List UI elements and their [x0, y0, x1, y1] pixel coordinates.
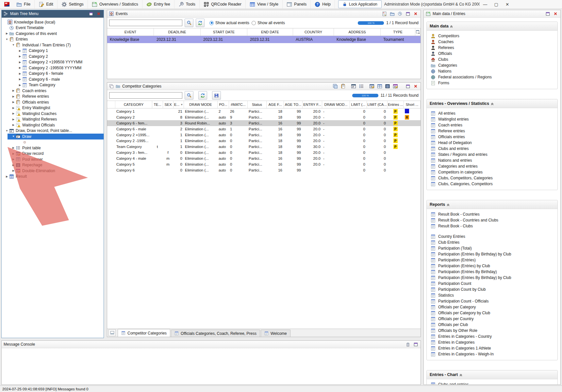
- link-participation-total[interactable]: Participation (Total): [430, 245, 556, 251]
- search-button[interactable]: [185, 19, 193, 27]
- expand-arrow[interactable]: ▶: [18, 72, 22, 75]
- tree-item-entry-waitinglist[interactable]: ▶Entry Waitinglist: [2, 105, 104, 111]
- refresh-button[interactable]: [198, 91, 207, 100]
- category-row-category-1[interactable]: Category 121Elimination (...226Partici..…: [107, 108, 421, 114]
- link-participation-entries-by-club[interactable]: Participation (Entries) by Club: [430, 263, 556, 269]
- expand-arrow[interactable]: ▶: [5, 175, 9, 178]
- tab-welcome[interactable]: Welcome: [261, 330, 290, 337]
- expand-arrow[interactable]: ▶: [11, 158, 16, 161]
- expand-arrow[interactable]: ▶: [11, 89, 16, 92]
- category-row-category-2-1995[interactable]: Category 2 +1995...1Elimination (...auto…: [107, 132, 421, 138]
- column-header-event[interactable]: EVENT: [107, 28, 154, 36]
- column-header-te-[interactable]: TE...: [152, 101, 163, 108]
- menu-item-help[interactable]: ?Help: [311, 0, 335, 8]
- copy-icon[interactable]: [332, 83, 338, 89]
- point-table-icon[interactable]: [358, 83, 364, 89]
- tree-item-referee-entries[interactable]: ▶Referee entries: [2, 94, 104, 100]
- link-participation-count-officials[interactable]: Participation Count - Officials: [430, 298, 556, 304]
- link-officials-per-club[interactable]: Officials per Club: [430, 322, 556, 328]
- link-states-regions-and-entries[interactable]: States / Regions and entries: [430, 152, 556, 157]
- maximize-window-button[interactable]: ▢: [491, 0, 502, 8]
- expand-arrow[interactable]: ▶: [18, 84, 22, 87]
- expand-arrow[interactable]: ▶: [18, 61, 22, 64]
- link-federal-associations-regions[interactable]: Federal associations / Regions: [430, 74, 556, 80]
- tree-item-individual-team-entries-7[interactable]: ▼Individual / Team Entries (7): [2, 42, 104, 48]
- tree-item-draw-draw-record-point-table[interactable]: ▼Draw, Draw record, Point table...: [2, 128, 104, 134]
- column-header-type[interactable]: TYPE: [381, 28, 415, 36]
- tree-item-repechage[interactable]: ▶Repechage: [2, 162, 104, 168]
- menu-item-tools[interactable]: Tools: [174, 0, 200, 8]
- column-header-e-[interactable]: E...▼: [174, 101, 184, 108]
- collapse-section-icon[interactable]: [489, 101, 495, 106]
- column-header-po-[interactable]: PO...: [218, 101, 229, 108]
- column-header-age-f-[interactable]: AGE F...: [267, 101, 284, 108]
- link-referee-entries[interactable]: Referee entries: [430, 128, 556, 134]
- link-officials-per-country[interactable]: Officials per Country: [430, 316, 556, 322]
- collapse-section-icon[interactable]: [458, 372, 464, 378]
- category-row-category-6[interactable]: Category 60Elimination (...auto0Partici.…: [107, 167, 421, 173]
- link-officials[interactable]: Officials: [430, 51, 556, 57]
- tree-item-result[interactable]: ▶Result: [2, 174, 104, 180]
- link-categories-and-entries[interactable]: Categories and entries: [430, 163, 556, 169]
- tree-item-category-2[interactable]: ▶Category 2: [2, 54, 104, 59]
- category-row-category-3-fem[interactable]: Category 3 - fem...f0Elimination (...aut…: [107, 150, 421, 155]
- expand-arrow[interactable]: ▶: [18, 49, 22, 52]
- menu-item-panels[interactable]: Panels: [283, 0, 311, 8]
- tree-item-pool-winner[interactable]: ▶Pool winner: [2, 156, 104, 162]
- expand-arrow[interactable]: ▼: [5, 129, 9, 132]
- tree-item-team-category[interactable]: ▶Team Category: [2, 82, 104, 88]
- tree-item-event-timetable[interactable]: Event Timetable: [2, 25, 104, 31]
- clock-icon[interactable]: [397, 11, 403, 17]
- tree-item-category-2-199508-yyyymm[interactable]: ▶Category 2 -199508 YYYYMM: [2, 65, 104, 71]
- column-chooser[interactable]: [415, 28, 421, 36]
- link-coaches[interactable]: Coaches: [430, 39, 556, 45]
- column-header-category[interactable]: CATEGORY: [115, 101, 152, 108]
- menu-item-file[interactable]: File: [12, 0, 35, 8]
- lock-application-button[interactable]: Lock Application: [338, 0, 382, 8]
- column-header-entry-f-[interactable]: ENTRY F...: [303, 101, 322, 108]
- category-row-team-category[interactable]: Team Categoryt1Elimination (...auto0Part…: [107, 144, 421, 150]
- column-header-status[interactable]: Status: [248, 101, 267, 108]
- tree-item-category-6-female[interactable]: ▶Category 6 - female: [2, 71, 104, 77]
- link-participation-entries-by-birthday-by-club[interactable]: Participation (Entries By Birthday) by C…: [430, 275, 556, 281]
- link-entries-in-categories[interactable]: Entries in Categories: [430, 339, 556, 345]
- close-panel-icon[interactable]: [553, 11, 558, 17]
- tree-item-waitinglist-officials[interactable]: ▶Waitinglist Officials: [2, 122, 104, 128]
- expand-arrow[interactable]: ▶: [11, 146, 16, 149]
- menu-item-view-style[interactable]: View / Style: [246, 0, 283, 8]
- save-button[interactable]: [212, 91, 221, 100]
- link-result-book-countries-and-clubs[interactable]: Result Book - Countries and Clubs: [430, 217, 556, 223]
- paste-icon[interactable]: [340, 83, 346, 89]
- link-participation-entries-by-birthday-by-club[interactable]: Participation (Entries By Birthday) by C…: [430, 251, 556, 257]
- double-elimination-icon[interactable]: [392, 83, 398, 89]
- expand-arrow[interactable]: ▶: [18, 55, 22, 58]
- column-header-address[interactable]: ADDRESS: [334, 28, 381, 36]
- menu-item-qrcode-reader[interactable]: QRCode Reader: [200, 0, 246, 8]
- link-all-entries[interactable]: All entries: [430, 110, 556, 116]
- link-club-entries[interactable]: Club Entries: [430, 239, 556, 245]
- link-competitors-in-categories[interactable]: Competitors in categories: [430, 169, 556, 175]
- maximize-panel-icon[interactable]: [88, 11, 94, 17]
- menu-item-edit[interactable]: Edit: [35, 0, 58, 8]
- link-entries-in-categories-country[interactable]: Entries in Categories - Country: [430, 334, 556, 339]
- link-waitinglist-entries[interactable]: Waitinglist entries: [430, 116, 556, 122]
- tree-item-category-6-male[interactable]: ▶Category 6 - male: [2, 76, 104, 82]
- expand-arrow[interactable]: ▶: [11, 123, 16, 126]
- link-coach-entries[interactable]: Coach entries: [430, 122, 556, 128]
- link-entries-in-categories-1-athlete[interactable]: Entries in Categories 1 Athlete: [430, 345, 556, 351]
- tree-item-officials-entries[interactable]: ▶Officials entries: [2, 99, 104, 105]
- tree-item-waitinglist-referees[interactable]: ▶Waitinglist Referees: [2, 117, 104, 122]
- link-participation-count[interactable]: Participation Count: [430, 281, 556, 286]
- link-categories[interactable]: Categories: [430, 62, 556, 68]
- expand-arrow[interactable]: ▶: [11, 152, 16, 155]
- tree-item-coach-entries[interactable]: ▶Coach entries: [2, 88, 104, 94]
- expand-arrow[interactable]: ▶: [11, 164, 16, 167]
- column-header-sex[interactable]: SEX: [163, 101, 174, 108]
- events-search-input[interactable]: [109, 20, 182, 26]
- column-header-end-date[interactable]: END DATE: [247, 28, 293, 36]
- tree-item-categories-of-this-event[interactable]: ▶Categories of this event: [2, 31, 104, 37]
- link-result-book-countries[interactable]: Result Book - Countries: [430, 211, 556, 217]
- link-clubs-and-entries[interactable]: Clubs and entries: [430, 146, 556, 152]
- expand-arrow[interactable]: ▶: [5, 32, 9, 35]
- maximize-panel-icon[interactable]: [405, 11, 411, 17]
